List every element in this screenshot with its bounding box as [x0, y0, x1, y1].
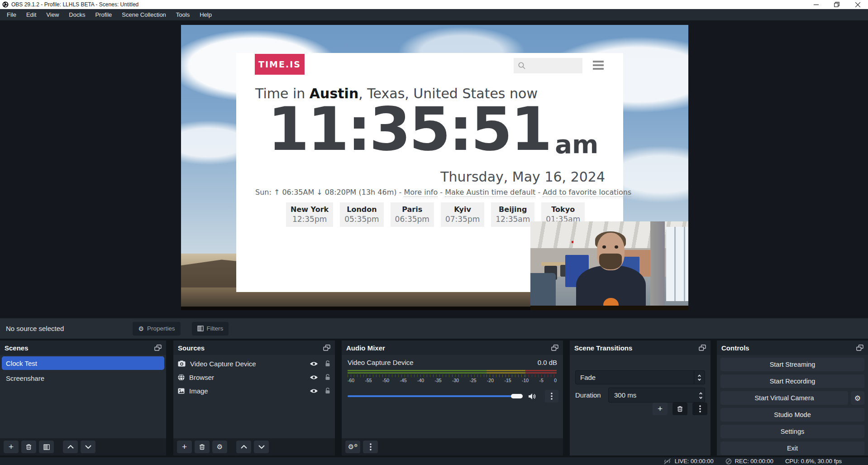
source-properties-button[interactable]: ⚙	[212, 441, 227, 453]
obs-logo-icon	[2, 1, 9, 8]
source-context-bar: No source selected ⚙ Properties Filters	[0, 318, 868, 339]
volume-slider-handle[interactable]	[511, 394, 523, 398]
spin-down-icon[interactable]	[699, 395, 702, 398]
hamburger-menu-icon[interactable]	[593, 61, 604, 70]
city-tile-beijing[interactable]: Beijing 12:35am	[491, 202, 534, 227]
mixer-menu-button[interactable]	[363, 441, 378, 453]
lock-icon[interactable]	[325, 388, 330, 394]
transition-select[interactable]: Fade	[575, 370, 705, 384]
link-more-info[interactable]: More info	[404, 188, 438, 197]
scenes-panel-title: Scenes	[5, 344, 29, 352]
kebab-menu-icon	[370, 443, 372, 451]
menu-profile[interactable]: Profile	[91, 10, 116, 19]
lock-icon[interactable]	[325, 360, 330, 367]
timeis-logo[interactable]: TIME.IS	[255, 54, 305, 75]
clock: 11:35:51 am	[261, 96, 605, 159]
start-streaming-button[interactable]: Start Streaming	[720, 358, 864, 371]
globe-icon	[178, 374, 185, 381]
move-source-up-button[interactable]	[236, 441, 251, 453]
volume-slider[interactable]	[348, 395, 522, 397]
menu-file[interactable]: File	[3, 10, 20, 19]
remove-scene-button[interactable]	[21, 441, 36, 453]
scene-item-screenshare[interactable]: Screenshare	[2, 371, 164, 385]
preview-canvas[interactable]: TIME.IS Time in Austin, Texas, United St…	[181, 25, 688, 310]
add-transition-button[interactable]: +	[653, 403, 668, 415]
clock-ampm: am	[555, 132, 598, 157]
link-add-favorite[interactable]: Add to favorite locations	[543, 188, 631, 197]
restore-icon	[834, 2, 839, 7]
city-tile-new-york[interactable]: New York 12:35pm	[286, 202, 333, 227]
audio-mixer-panel: Audio Mixer Video Capture Device 0.0 dB …	[342, 340, 563, 455]
gear-icon: ⚙	[854, 394, 861, 403]
search-icon	[518, 62, 526, 70]
sun-info-line: Sun: ↑ 06:35AM ↓ 08:20PM (13h 46m) - Mor…	[255, 188, 606, 197]
source-row-image[interactable]: Image	[173, 384, 335, 398]
db-scale: -60-55-50-45-40-35-30-25-20-15-10-50	[348, 378, 557, 383]
menu-docks[interactable]: Docks	[65, 10, 89, 19]
source-row-video-capture[interactable]: Video Capture Device	[173, 357, 335, 370]
gear-icon: ⚙	[217, 444, 223, 451]
studio-mode-button[interactable]: Studio Mode	[720, 408, 864, 422]
speaker-icon[interactable]	[528, 393, 536, 400]
virtual-camera-settings-button[interactable]: ⚙	[851, 391, 864, 405]
city-tile-london[interactable]: London 05:35pm	[340, 202, 383, 227]
menu-view[interactable]: View	[42, 10, 63, 19]
popout-dock-icon[interactable]	[323, 345, 330, 351]
exit-button[interactable]: Exit	[720, 441, 864, 455]
mixer-channel-menu-button[interactable]	[545, 390, 558, 403]
visibility-eye-icon[interactable]	[310, 388, 318, 394]
move-scene-up-button[interactable]	[63, 441, 78, 453]
lock-icon[interactable]	[325, 374, 330, 380]
dock-area: Scenes Clock Test Screenshare +	[0, 339, 868, 457]
scene-item-clock-test[interactable]: Clock Test	[2, 356, 164, 370]
properties-button[interactable]: ⚙ Properties	[133, 322, 180, 336]
image-icon	[178, 388, 185, 394]
close-icon	[855, 2, 860, 7]
source-row-browser[interactable]: Browser	[173, 370, 335, 384]
start-recording-button[interactable]: Start Recording	[720, 374, 864, 388]
filters-button[interactable]: Filters	[192, 322, 229, 336]
spin-up-icon[interactable]	[699, 392, 702, 395]
chevron-up-icon	[67, 445, 74, 449]
live-status: LIVE: 00:00:00	[663, 458, 714, 465]
kebab-menu-icon	[699, 405, 701, 412]
remove-transition-button[interactable]	[672, 403, 687, 415]
popout-dock-icon[interactable]	[551, 345, 558, 351]
popout-dock-icon[interactable]	[856, 345, 863, 351]
add-scene-button[interactable]: +	[4, 441, 19, 453]
transition-properties-button[interactable]	[692, 403, 707, 415]
gear-icon: ⚙	[138, 325, 144, 332]
close-button[interactable]	[847, 0, 868, 9]
scenes-panel: Scenes Clock Test Screenshare +	[0, 340, 166, 455]
visibility-eye-icon[interactable]	[310, 361, 318, 367]
remove-source-button[interactable]	[195, 441, 210, 453]
maximize-button[interactable]	[826, 0, 847, 9]
link-make-default[interactable]: Make Austin time default	[445, 188, 535, 197]
chevron-down-icon	[258, 445, 265, 449]
sources-panel-title: Sources	[178, 344, 205, 352]
scene-filters-button[interactable]	[39, 441, 54, 453]
duration-spinbox[interactable]: 300 ms	[608, 388, 705, 403]
titlebar: OBS 29.1.2 - Profile: LLHLS BETA - Scene…	[0, 0, 868, 9]
person-beard	[599, 254, 622, 269]
popout-dock-icon[interactable]	[699, 345, 706, 351]
trash-icon	[26, 444, 32, 450]
status-bar: LIVE: 00:00:00 REC: 00:00:00 CPU: 0.6%, …	[0, 457, 868, 465]
advanced-audio-button[interactable]: ⚙⚙	[345, 441, 360, 453]
start-virtual-camera-button[interactable]: Start Virtual Camera	[720, 391, 848, 405]
search-input[interactable]	[514, 58, 582, 73]
settings-button[interactable]: Settings	[720, 425, 864, 438]
popout-dock-icon[interactable]	[154, 345, 162, 351]
visibility-eye-icon[interactable]	[310, 374, 318, 380]
menu-tools[interactable]: Tools	[172, 10, 194, 19]
city-tile-paris[interactable]: Paris 06:35pm	[391, 202, 434, 227]
menu-edit[interactable]: Edit	[22, 10, 40, 19]
menu-help[interactable]: Help	[196, 10, 216, 19]
menu-scene-collection[interactable]: Scene Collection	[118, 10, 170, 19]
no-source-selected-label: No source selected	[6, 325, 64, 332]
move-scene-down-button[interactable]	[81, 441, 95, 453]
add-source-button[interactable]: +	[177, 441, 192, 453]
minimize-button[interactable]	[806, 0, 826, 9]
city-tile-kyiv[interactable]: Kyiv 07:35pm	[441, 202, 484, 227]
move-source-down-button[interactable]	[254, 441, 269, 453]
